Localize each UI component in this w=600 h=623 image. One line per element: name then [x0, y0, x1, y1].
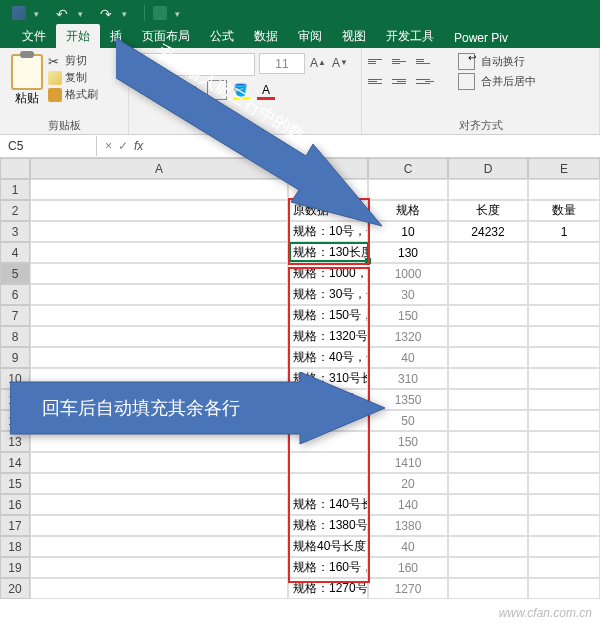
- cell[interactable]: 40: [368, 536, 448, 557]
- cell[interactable]: [448, 578, 528, 599]
- row-header[interactable]: 17: [0, 515, 30, 536]
- cell[interactable]: 1380: [368, 515, 448, 536]
- row-header[interactable]: 2: [0, 200, 30, 221]
- cell[interactable]: [528, 515, 600, 536]
- cell[interactable]: [528, 242, 600, 263]
- row-header[interactable]: 6: [0, 284, 30, 305]
- align-right-icon[interactable]: [416, 75, 434, 89]
- cell[interactable]: [528, 284, 600, 305]
- cell[interactable]: [448, 368, 528, 389]
- row-header[interactable]: 9: [0, 347, 30, 368]
- align-bottom-icon[interactable]: [416, 55, 434, 69]
- row-header[interactable]: 15: [0, 473, 30, 494]
- cell[interactable]: [288, 452, 368, 473]
- cell[interactable]: [528, 452, 600, 473]
- qat-dropdown-icon[interactable]: [122, 6, 136, 20]
- paste-button[interactable]: 粘贴: [6, 50, 48, 118]
- cell[interactable]: [448, 473, 528, 494]
- cell[interactable]: 24232: [448, 221, 528, 242]
- copy-button[interactable]: 复制: [48, 70, 98, 85]
- cell[interactable]: [288, 473, 368, 494]
- cell[interactable]: 数量: [528, 200, 600, 221]
- cell[interactable]: [448, 536, 528, 557]
- row-header[interactable]: 4: [0, 242, 30, 263]
- row-header[interactable]: 3: [0, 221, 30, 242]
- cell[interactable]: 长度: [448, 200, 528, 221]
- cell[interactable]: 1: [528, 221, 600, 242]
- cell[interactable]: [448, 305, 528, 326]
- cell[interactable]: 140: [368, 494, 448, 515]
- cell[interactable]: [528, 368, 600, 389]
- cell[interactable]: 规格40号长度74633米数量4件: [288, 536, 368, 557]
- cell[interactable]: [30, 326, 288, 347]
- column-header[interactable]: E: [528, 158, 600, 179]
- cell[interactable]: [30, 557, 288, 578]
- redo-icon[interactable]: [100, 6, 114, 20]
- row-header[interactable]: 1: [0, 179, 30, 200]
- cell[interactable]: 30: [368, 284, 448, 305]
- tab-power[interactable]: Power Piv: [444, 27, 518, 48]
- cell[interactable]: 规格：1270号，长度65142米，数量127件: [288, 578, 368, 599]
- cell[interactable]: 1320: [368, 326, 448, 347]
- cell[interactable]: [30, 515, 288, 536]
- cell[interactable]: [30, 536, 288, 557]
- cell[interactable]: [448, 452, 528, 473]
- cell[interactable]: 规格：1320号，长度为6434米数量132件: [288, 326, 368, 347]
- cut-button[interactable]: 剪切: [48, 53, 98, 68]
- cell[interactable]: [528, 578, 600, 599]
- cell[interactable]: [30, 578, 288, 599]
- cell[interactable]: [528, 536, 600, 557]
- save-icon[interactable]: [12, 6, 26, 20]
- wrap-text-icon[interactable]: [458, 53, 475, 70]
- name-box[interactable]: C5: [0, 136, 97, 156]
- cell[interactable]: [528, 557, 600, 578]
- cell[interactable]: 规格：30号，长度242米，数量3件: [288, 284, 368, 305]
- cell[interactable]: 150: [368, 305, 448, 326]
- cell[interactable]: [30, 452, 288, 473]
- column-header[interactable]: D: [448, 158, 528, 179]
- cell[interactable]: [528, 389, 600, 410]
- touch-mode-icon[interactable]: [153, 6, 167, 20]
- cell[interactable]: 160: [368, 557, 448, 578]
- cell[interactable]: [528, 179, 600, 200]
- cell[interactable]: [448, 284, 528, 305]
- cell[interactable]: [448, 557, 528, 578]
- cell[interactable]: [448, 347, 528, 368]
- cell[interactable]: [528, 347, 600, 368]
- cell[interactable]: [528, 431, 600, 452]
- undo-icon[interactable]: [56, 6, 70, 20]
- cell[interactable]: 规格：150号，长度634数量为15: [288, 305, 368, 326]
- cell[interactable]: [448, 263, 528, 284]
- cell[interactable]: [448, 242, 528, 263]
- format-brush-button[interactable]: 格式刷: [48, 87, 98, 102]
- row-header[interactable]: 7: [0, 305, 30, 326]
- cell[interactable]: [30, 494, 288, 515]
- cell[interactable]: 1410: [368, 452, 448, 473]
- cell[interactable]: [448, 410, 528, 431]
- merge-icon[interactable]: [458, 73, 475, 90]
- tab-home[interactable]: 开始: [56, 24, 100, 48]
- row-header[interactable]: 16: [0, 494, 30, 515]
- cell[interactable]: 40: [368, 347, 448, 368]
- cell[interactable]: 规格：160号，长度34245米，数量16件: [288, 557, 368, 578]
- qat-dropdown-icon[interactable]: [175, 6, 189, 20]
- cell[interactable]: [30, 473, 288, 494]
- cell[interactable]: [528, 494, 600, 515]
- cell[interactable]: [30, 284, 288, 305]
- tab-file[interactable]: 文件: [12, 24, 56, 48]
- cell[interactable]: [448, 494, 528, 515]
- row-header[interactable]: 8: [0, 326, 30, 347]
- cancel-formula-icon[interactable]: ×: [105, 139, 112, 153]
- cell[interactable]: [528, 410, 600, 431]
- cell[interactable]: [528, 263, 600, 284]
- cell[interactable]: [30, 347, 288, 368]
- cell[interactable]: [448, 326, 528, 347]
- row-header[interactable]: 5: [0, 263, 30, 284]
- qat-dropdown-icon[interactable]: [34, 6, 48, 20]
- cell[interactable]: 规格：140号长度61215米数量14件: [288, 494, 368, 515]
- row-header[interactable]: 18: [0, 536, 30, 557]
- cell[interactable]: [30, 305, 288, 326]
- select-all-corner[interactable]: [0, 158, 30, 179]
- cell[interactable]: [448, 431, 528, 452]
- cell[interactable]: 规格：1380号，长度643215米，数量138件: [288, 515, 368, 536]
